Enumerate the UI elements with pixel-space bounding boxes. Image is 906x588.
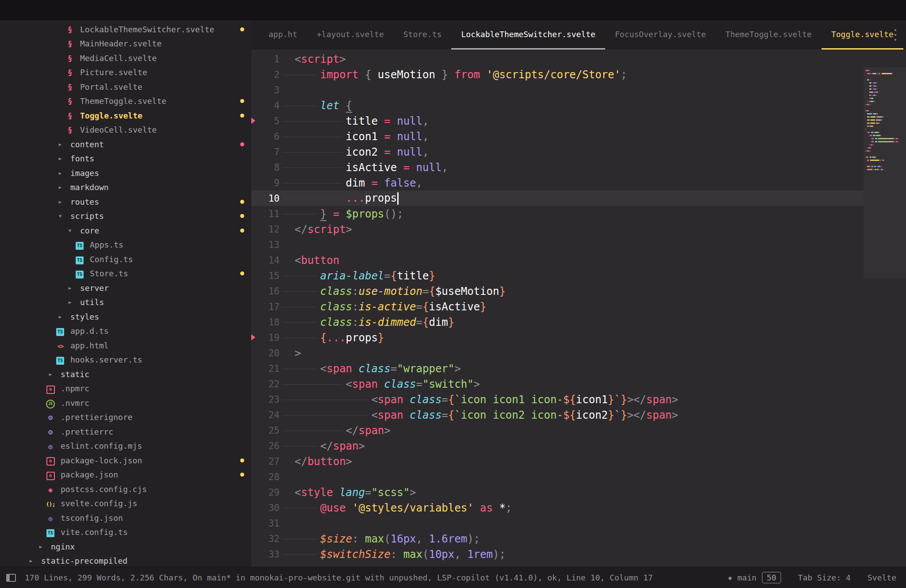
code-line-20[interactable]: 20> <box>251 345 864 361</box>
tab-toggle-svelte[interactable]: Toggle.svelte <box>822 20 903 50</box>
tab-label: app.ht <box>269 30 297 39</box>
code-line-12[interactable]: 12</script> <box>251 221 864 237</box>
code-line-30[interactable]: 30@use '@styles/variables' as *; <box>251 500 864 515</box>
code-line-32[interactable]: 32$size: max(16px, 1.6rem); <box>251 531 864 546</box>
indent-guide <box>282 446 317 447</box>
editor-window: §LockableThemeSwitcher.svelte§MainHeader… <box>0 0 906 588</box>
code-line-27[interactable]: 27</button> <box>251 454 864 469</box>
tree-item-fonts[interactable]: ▶fonts <box>0 152 251 166</box>
tree-item-utils[interactable]: ▶utils <box>0 295 251 310</box>
tree-item-picture-svelte[interactable]: §Picture.svelte <box>0 65 251 80</box>
code-line-19[interactable]: 19{...props} <box>251 330 864 345</box>
git-status[interactable]: ◆ main 50 <box>728 572 781 584</box>
tree-item-images[interactable]: ▶images <box>0 166 251 180</box>
tree-item-vite-config-ts[interactable]: TSvite.config.ts <box>0 525 251 540</box>
tab-lockablethemeswitcher-svelte[interactable]: LockableThemeSwitcher.svelte <box>451 20 605 50</box>
tree-item-config-ts[interactable]: TSConfig.ts <box>0 252 251 267</box>
tree-item-eslint-config-mjs[interactable]: ◎eslint.config.mjs <box>0 439 251 454</box>
code-line-28[interactable]: 28 <box>251 469 864 485</box>
code-line-31[interactable]: 31 <box>251 515 864 531</box>
tree-item-label: static-precompiled <box>41 556 127 565</box>
tab--layout-svelte[interactable]: +layout.svelte <box>307 20 394 50</box>
tab-focusoverlay-svelte[interactable]: FocusOverlay.svelte <box>605 20 716 50</box>
modified-dot <box>240 99 244 103</box>
tree-item-content[interactable]: ▶content <box>0 137 251 152</box>
code-line-9[interactable]: 9dim = false, <box>251 175 864 191</box>
tree-item-svelte-config-js[interactable]: ();svelte.config.js <box>0 496 251 511</box>
code-line-3[interactable]: 3 <box>251 82 864 98</box>
tab-themetoggle-svelte[interactable]: ThemeToggle.svelte <box>716 20 822 50</box>
code-line-29[interactable]: 29<style lang="scss"> <box>251 485 864 500</box>
tree-item-package-lock-json[interactable]: npackage-lock.json <box>0 453 251 468</box>
sidebar: §LockableThemeSwitcher.svelte§MainHeader… <box>0 20 251 567</box>
code-line-24[interactable]: 24<span class={`icon icon2 icon-${icon2}… <box>251 407 864 423</box>
tree-item-portal-svelte[interactable]: §Portal.svelte <box>0 80 251 94</box>
tsconfig-icon: ◎ <box>46 513 55 523</box>
tree-item-app-html[interactable]: <>app.html <box>0 338 251 353</box>
tree-item-label: styles <box>70 312 99 321</box>
tree-item-static-precompiled[interactable]: ▶static-precompiled <box>0 554 251 568</box>
tree-item-routes[interactable]: ▶routes <box>0 195 251 209</box>
code-line-6[interactable]: 6icon1 = null, <box>251 129 864 144</box>
tree-item-server[interactable]: ▶server <box>0 281 251 295</box>
tree-item-app-d-ts[interactable]: TSapp.d.ts <box>0 324 251 339</box>
code-line-2[interactable]: 2import { useMotion } from '@scripts/cor… <box>251 67 864 82</box>
syntax-indicator[interactable]: Svelte <box>868 573 896 582</box>
chevron-right-icon: ▶ <box>55 156 65 161</box>
code-line-11[interactable]: 11} = $props(); <box>251 206 864 221</box>
code-line-15[interactable]: 15aria-label={title} <box>251 268 864 283</box>
tree-item--prettierignore[interactable]: ⚙.prettierignore <box>0 410 251 425</box>
code-line-4[interactable]: 4let { <box>251 98 864 113</box>
code-line-13[interactable]: 13 <box>251 237 864 252</box>
code-line-22[interactable]: 22<span class="switch"> <box>251 376 864 392</box>
code-line-10[interactable]: 10...props <box>251 191 864 206</box>
tree-item-themetoggle-svelte[interactable]: §ThemeToggle.svelte <box>0 94 251 109</box>
line-number: 5 <box>251 116 280 126</box>
kebab-vertical-icon[interactable] <box>892 29 899 41</box>
code-line-18[interactable]: 18class:is-dimmed={dim} <box>251 314 864 330</box>
indent-guide <box>282 291 317 292</box>
code-line-25[interactable]: 25</span> <box>251 423 864 438</box>
minimap[interactable] <box>864 50 906 567</box>
code-line-14[interactable]: 14<button <box>251 252 864 268</box>
code-line-21[interactable]: 21<span class="wrapper"> <box>251 361 864 376</box>
tree-item-postcss-config-cjs[interactable]: ◉postcss.config.cjs <box>0 482 251 496</box>
code-line-17[interactable]: 17class:is-active={isActive} <box>251 299 864 314</box>
tree-item-store-ts[interactable]: TSStore.ts <box>0 267 251 281</box>
tree-item--prettierrc[interactable]: ⚙.prettierrc <box>0 424 251 439</box>
tab-store-ts[interactable]: Store.ts <box>394 20 452 50</box>
code-line-23[interactable]: 23<span class={`icon icon1 icon-${icon1}… <box>251 392 864 407</box>
tree-item-tsconfig-json[interactable]: ◎tsconfig.json <box>0 511 251 525</box>
tree-item-toggle-svelte[interactable]: §Toggle.svelte <box>0 108 251 123</box>
tree-item-nginx[interactable]: ▶nginx <box>0 539 251 554</box>
modified-dot <box>240 27 244 31</box>
code-line-1[interactable]: 1<script> <box>251 51 864 67</box>
code-area[interactable]: 1<script>2import { useMotion } from '@sc… <box>251 50 864 567</box>
code-line-33[interactable]: 33$switchSize: max(10px, 1rem); <box>251 546 864 562</box>
code-line-7[interactable]: 7icon2 = null, <box>251 144 864 160</box>
tree-item-label: fonts <box>70 154 94 163</box>
code-line-26[interactable]: 26</span> <box>251 438 864 454</box>
tree-item--nvmrc[interactable]: JS.nvmrc <box>0 396 251 410</box>
tree-item-mediacell-svelte[interactable]: §MediaCell.svelte <box>0 51 251 65</box>
tree-item-static[interactable]: ▶static <box>0 367 251 382</box>
tree-item-mainheader-svelte[interactable]: §MainHeader.svelte <box>0 37 251 51</box>
panel-toggle-icon[interactable] <box>6 574 16 582</box>
tree-item-markdown[interactable]: ▶markdown <box>0 180 251 195</box>
tree-item-package-json[interactable]: npackage.json <box>0 468 251 482</box>
tree-item-scripts[interactable]: ▼scripts <box>0 209 251 224</box>
tree-item-hooks-server-ts[interactable]: TShooks.server.ts <box>0 353 251 367</box>
code-line-16[interactable]: 16class:use-motion={$useMotion} <box>251 283 864 299</box>
tree-item-lockablethemeswitcher-svelte[interactable]: §LockableThemeSwitcher.svelte <box>0 22 251 37</box>
chevron-right-icon: ▶ <box>46 371 55 377</box>
tab-size-indicator[interactable]: Tab Size: 4 <box>798 573 851 582</box>
tree-item--npmrc[interactable]: n.npmrc <box>0 382 251 396</box>
indent-guide <box>282 508 317 508</box>
tree-item-apps-ts[interactable]: TSApps.ts <box>0 238 251 252</box>
tree-item-styles[interactable]: ▶styles <box>0 309 251 324</box>
tab-app-ht[interactable]: app.ht <box>259 20 307 50</box>
code-line-8[interactable]: 8isActive = null, <box>251 160 864 175</box>
tree-item-core[interactable]: ▼core <box>0 223 251 238</box>
code-line-5[interactable]: 5title = null, <box>251 113 864 129</box>
tree-item-videocell-svelte[interactable]: §VideoCell.svelte <box>0 123 251 137</box>
